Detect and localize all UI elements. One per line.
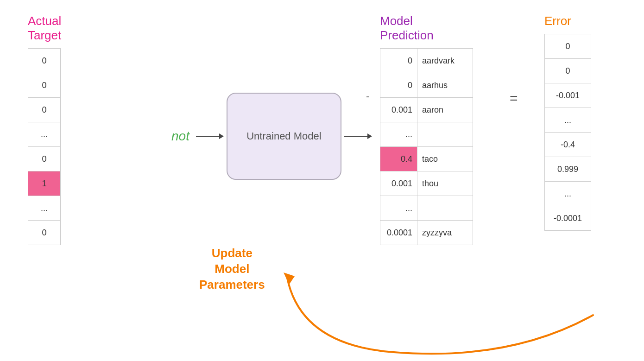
actual-target-cell: 0	[28, 221, 61, 245]
actual-target-table: 000...01...0	[28, 48, 61, 245]
prediction-num-cell: 0	[380, 73, 417, 98]
error-cell: 0	[545, 59, 591, 83]
equals-sign: =	[510, 90, 518, 106]
model-box: Untrained Model	[227, 93, 341, 180]
prediction-word-cell: taco	[417, 147, 473, 171]
error-cell: 0.999	[545, 157, 591, 182]
prediction-num-cell: ...	[380, 122, 417, 147]
error-cell: 0	[545, 34, 591, 59]
error-section: Error 00-0.001...-0.40.999...-0.0001	[544, 14, 591, 231]
prediction-section: Model Prediction 0aardvark0aarhus0.001aa…	[380, 14, 473, 245]
error-title: Error	[544, 14, 591, 28]
prediction-word-cell: zyzzyva	[417, 221, 473, 245]
actual-target-cell: 0	[28, 147, 61, 171]
main-container: Actual Target 000...01...0 not Untrained…	[0, 0, 644, 361]
prediction-word-cell	[417, 196, 473, 221]
input-word: not	[171, 129, 189, 144]
prediction-num-cell: 0.001	[380, 98, 417, 122]
error-cell: ...	[545, 108, 591, 133]
error-cell: ...	[545, 182, 591, 206]
actual-target-cell: 0	[28, 73, 61, 98]
svg-marker-4	[284, 272, 295, 285]
svg-marker-1	[219, 133, 224, 139]
prediction-word-cell: aarhus	[417, 73, 473, 98]
prediction-num-cell: 0	[380, 49, 417, 73]
prediction-word-cell: aardvark	[417, 49, 473, 73]
error-cell: -0.0001	[545, 206, 591, 231]
model-section: not Untrained Model	[171, 93, 375, 180]
dash-label: -	[366, 90, 369, 102]
prediction-table: 0aardvark0aarhus0.001aaron...0.4taco0.00…	[380, 48, 473, 245]
error-table: 00-0.001...-0.40.999...-0.0001	[544, 34, 591, 231]
actual-target-cell: 1	[28, 171, 61, 196]
arrow-to-model	[196, 131, 224, 142]
actual-target-cell: 0	[28, 98, 61, 122]
prediction-word-cell	[417, 122, 473, 147]
actual-target-cell: 0	[28, 49, 61, 73]
prediction-title: Model Prediction	[380, 14, 473, 43]
prediction-num-cell: 0.4	[380, 147, 417, 171]
prediction-word-cell: thou	[417, 171, 473, 196]
actual-target-section: Actual Target 000...01...0	[28, 14, 61, 245]
arrow-from-model	[344, 131, 372, 142]
error-cell: -0.4	[545, 133, 591, 157]
update-params-label: Update Model Parameters	[199, 246, 265, 292]
prediction-num-cell: 0.001	[380, 171, 417, 196]
prediction-num-cell: 0.0001	[380, 221, 417, 245]
actual-target-cell: ...	[28, 196, 61, 221]
error-cell: -0.001	[545, 83, 591, 108]
prediction-num-cell: ...	[380, 196, 417, 221]
actual-target-cell: ...	[28, 122, 61, 147]
prediction-word-cell: aaron	[417, 98, 473, 122]
svg-marker-3	[367, 133, 372, 139]
actual-target-title: Actual Target	[28, 14, 61, 43]
